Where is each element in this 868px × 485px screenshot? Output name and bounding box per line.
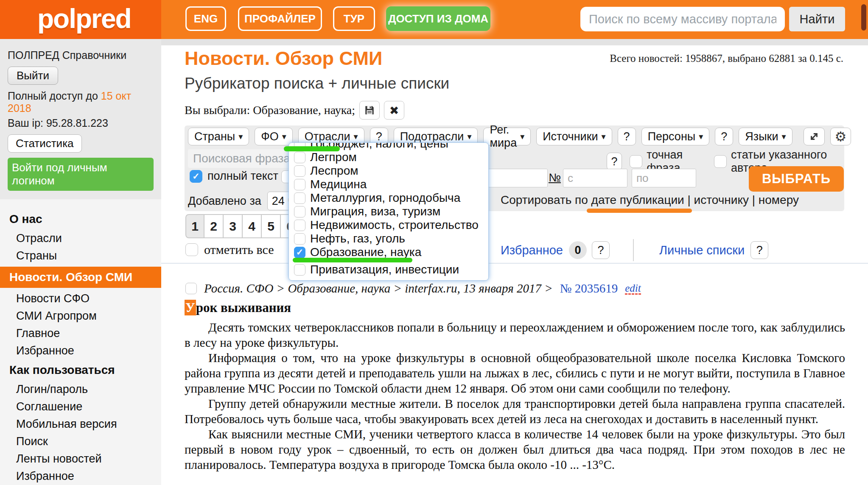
sort-by-number-link[interactable]: номеру (759, 193, 799, 206)
caret-down-icon: ▾ (520, 131, 524, 142)
page-button-5[interactable]: 5 (262, 214, 281, 238)
persons-dropdown-button[interactable]: Персоны ▾ (641, 128, 710, 145)
dropdown-item-legprom[interactable]: Легпром (289, 151, 488, 164)
sidebar-item-agreement[interactable]: Соглашение (0, 398, 161, 415)
countries-dropdown-button[interactable]: Страны ▾ (188, 128, 249, 145)
sidebar-item-smi-agroprom[interactable]: СМИ Агропром (0, 307, 161, 325)
sidebar-item-news-active[interactable]: Новости. Обзор СМИ (0, 267, 161, 288)
number-from-input[interactable] (563, 169, 627, 187)
page-button-1[interactable]: 1 (185, 214, 204, 238)
filter-toolbar: Страны ▾ ФО ▾ Отрасли ▾ ? Подотрасли ▾ Р… (188, 128, 842, 145)
expand-button[interactable] (804, 128, 825, 145)
fo-dropdown-button[interactable]: ФО ▾ (255, 128, 293, 145)
select-button[interactable]: ВЫБРАТЬ (749, 166, 844, 192)
settings-button[interactable]: ⚙ (830, 128, 851, 145)
mark-all-checkbox[interactable] (185, 243, 198, 256)
floppy-save-icon (364, 105, 375, 116)
dropdown-checkbox[interactable] (294, 206, 305, 217)
top-header: polpred ENG ПРОФАЙЛЕР ТУР ДОСТУП ИЗ ДОМА… (0, 0, 868, 39)
sidebar-item-news-sfo[interactable]: Новости СФО (0, 290, 161, 307)
sidebar-item-news-feeds[interactable]: Ленты новостей (0, 450, 161, 468)
doc-number-link[interactable]: № 2035619 (560, 282, 618, 295)
added-label: Добавлено за (188, 195, 261, 208)
highlighted-letter: У (185, 300, 196, 315)
dropdown-item-label: Металлургия, горнодобыча (310, 191, 460, 205)
tour-button[interactable]: ТУР (333, 6, 375, 31)
dropdown-checkbox-checked[interactable] (294, 247, 305, 258)
article-paragraph: Десять томских четвероклассников попали … (185, 320, 845, 350)
mark-all-label: отметить все (204, 242, 274, 257)
persons-label: Персоны (648, 130, 696, 143)
green-annotation-industries (284, 146, 340, 151)
page-subtitle: Рубрикатор поиска + личные списки (185, 75, 449, 92)
clear-selection-button[interactable]: ✖ (384, 101, 404, 120)
countries-label: Страны (194, 130, 235, 143)
number-label: № (549, 171, 561, 184)
dropdown-item-nedvizhimost[interactable]: Недвижимость, строительство (289, 218, 488, 232)
help-button-favorites[interactable]: ? (592, 241, 610, 259)
favorites-link[interactable]: Избранное (501, 243, 563, 257)
author-articles-checkbox[interactable] (714, 155, 727, 168)
sidebar-item-main[interactable]: Главное (0, 325, 161, 342)
mark-all-row: отметить все (185, 242, 274, 257)
page-button-3[interactable]: 3 (224, 214, 243, 238)
dropdown-checkbox[interactable] (294, 220, 305, 231)
dropdown-item-obrazovanie[interactable]: Образование, наука (289, 245, 488, 259)
sort-by-source-link[interactable]: источнику (694, 193, 749, 206)
article-select-checkbox[interactable] (185, 283, 197, 294)
sidebar-header-howto[interactable]: Как пользоваться (0, 360, 161, 381)
languages-dropdown-button[interactable]: Языки ▾ (739, 128, 792, 145)
portal-search-input[interactable] (580, 7, 785, 31)
personal-lists-link[interactable]: Личные списки (659, 243, 745, 257)
find-button[interactable]: Найти (789, 7, 845, 31)
dropdown-item-label: Приватизация, инвестиции (310, 263, 459, 276)
dropdown-checkbox[interactable] (294, 152, 305, 163)
sidebar-item-countries[interactable]: Страны (0, 247, 161, 265)
exact-phrase-checkbox[interactable] (630, 155, 642, 168)
sort-by-date-link[interactable]: дате публикации (591, 193, 684, 206)
sidebar-item-about[interactable]: О нас (0, 209, 161, 230)
dropdown-checkbox[interactable] (294, 179, 305, 190)
home-access-button[interactable]: ДОСТУП ИЗ ДОМА (386, 6, 490, 31)
help-button-lists[interactable]: ? (750, 241, 768, 259)
dropdown-checkbox[interactable] (294, 192, 305, 204)
help-button-2[interactable]: ? (618, 128, 636, 145)
dropdown-item-privatizacia[interactable]: Приватизация, инвестиции (289, 263, 488, 276)
profiler-button[interactable]: ПРОФАЙЛЕР (238, 6, 322, 31)
article-breadcrumb-row: Россия. СФО > Образование, наука > inter… (185, 282, 641, 295)
dropdown-item-migracia[interactable]: Миграция, виза, туризм (289, 205, 488, 218)
subindustries-label: Подотрасли (400, 130, 464, 143)
personal-login-button[interactable]: Войти под личным логином (8, 158, 154, 191)
sources-dropdown-button[interactable]: Источники ▾ (536, 128, 612, 145)
sidebar-item-favorites[interactable]: Избранное (0, 342, 161, 360)
dropdown-checkbox[interactable] (294, 233, 305, 245)
dropdown-checkbox[interactable] (294, 165, 305, 177)
access-prefix: Полный доступ до (8, 90, 101, 102)
sidebar-item-login-password[interactable]: Логин/пароль (0, 381, 161, 398)
dropdown-item-neft[interactable]: Нефть, газ, уголь (289, 232, 488, 245)
sidebar-item-industries[interactable]: Отрасли (0, 230, 161, 247)
scrollbar-thumb[interactable] (861, 4, 866, 31)
sidebar-item-favorites-2[interactable]: Избранное (0, 468, 161, 485)
help-button-phrase[interactable]: ? (607, 153, 622, 170)
dropdown-item-lesprom[interactable]: Леспром (289, 164, 488, 178)
page-button-4[interactable]: 4 (243, 214, 262, 238)
number-to-input[interactable] (632, 169, 696, 187)
dropdown-checkbox[interactable] (294, 264, 305, 276)
sidebar-item-mobile[interactable]: Мобильная версия (0, 415, 161, 433)
save-selection-button[interactable] (359, 101, 380, 120)
full-text-checkbox[interactable] (190, 170, 202, 183)
help-button-3[interactable]: ? (715, 128, 733, 145)
sidebar: ПОЛПРЕД Справочники Выйти Полный доступ … (0, 39, 161, 485)
eng-button[interactable]: ENG (185, 6, 226, 31)
dropdown-item-metallurgia[interactable]: Металлургия, горнодобыча (289, 191, 488, 205)
sidebar-item-search[interactable]: Поиск (0, 433, 161, 450)
logo[interactable]: polpred (37, 0, 131, 39)
dropdown-item-medicina[interactable]: Медицина (289, 178, 488, 191)
statistics-button[interactable]: Статистика (8, 134, 82, 153)
logout-button[interactable]: Выйти (8, 67, 58, 85)
page-button-2[interactable]: 2 (204, 214, 224, 238)
world-regions-dropdown-button[interactable]: Рег. мира ▾ (483, 128, 531, 145)
breadcrumb: Россия. СФО > Образование, наука > inter… (204, 282, 553, 295)
edit-link[interactable]: edit (625, 283, 641, 295)
